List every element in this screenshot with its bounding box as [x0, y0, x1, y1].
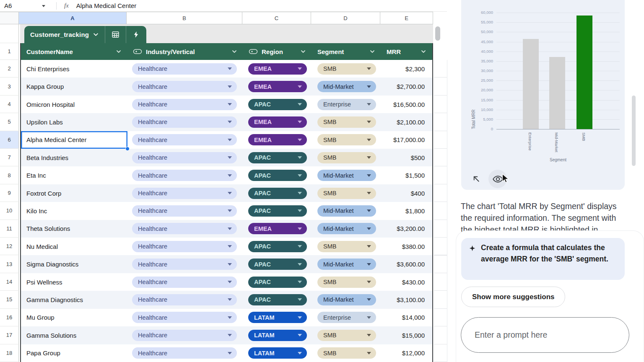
- column-header-b[interactable]: B: [127, 12, 242, 24]
- region-chip[interactable]: APAC: [248, 259, 307, 270]
- segment-chip[interactable]: Mid-Market: [317, 223, 376, 234]
- cell-customer-name[interactable]: Eta Inc: [21, 166, 127, 184]
- region-chip[interactable]: EMEA: [248, 134, 307, 145]
- cell-mrr[interactable]: $3,600.00: [381, 255, 432, 273]
- cell-customer-name[interactable]: Mu Group: [21, 309, 127, 326]
- row-number[interactable]: 7: [0, 149, 19, 166]
- sidebar-scrollbar[interactable]: [632, 96, 636, 166]
- show-more-suggestions-button[interactable]: Show more suggestions: [461, 287, 565, 307]
- cell-customer-name[interactable]: Papa Group: [21, 344, 127, 362]
- segment-chip[interactable]: Mid-Market: [317, 294, 376, 305]
- cell-mrr[interactable]: $1,800: [381, 202, 432, 220]
- sheet-vertical-scrollbar[interactable]: [435, 26, 440, 41]
- chevron-down-icon[interactable]: [116, 49, 122, 54]
- industry-chip[interactable]: Healthcare: [132, 134, 237, 145]
- industry-chip[interactable]: Healthcare: [132, 81, 237, 92]
- industry-chip[interactable]: Healthcare: [132, 188, 237, 199]
- cell-mrr[interactable]: $17,000.00: [381, 131, 432, 149]
- cell-customer-name[interactable]: Foxtrot Corp: [21, 184, 127, 202]
- cell-mrr[interactable]: $15,000: [381, 326, 432, 344]
- row-number[interactable]: 16: [0, 309, 19, 326]
- segment-chip[interactable]: SMB: [317, 63, 376, 75]
- row-number[interactable]: 5: [0, 113, 19, 131]
- cell-mrr[interactable]: $500: [381, 149, 432, 166]
- industry-chip[interactable]: Healthcare: [132, 330, 237, 341]
- cell-customer-name[interactable]: Kappa Group: [21, 78, 127, 95]
- chevron-down-icon[interactable]: [300, 49, 306, 54]
- region-chip[interactable]: APAC: [248, 205, 307, 217]
- region-chip[interactable]: APAC: [248, 152, 307, 163]
- cell-mrr[interactable]: $400: [381, 184, 432, 202]
- row-number[interactable]: 17: [0, 326, 19, 344]
- industry-chip[interactable]: Healthcare: [132, 241, 237, 252]
- region-chip[interactable]: APAC: [248, 241, 307, 252]
- segment-chip[interactable]: SMB: [317, 330, 376, 341]
- row-number[interactable]: 13: [0, 255, 19, 273]
- header-industry[interactable]: Industry/Vertical: [127, 43, 243, 60]
- region-chip[interactable]: LATAM: [248, 347, 307, 359]
- row-number[interactable]: 12: [0, 238, 19, 255]
- row-number[interactable]: 1: [0, 43, 19, 60]
- row-number[interactable]: 9: [0, 184, 19, 202]
- industry-chip[interactable]: Healthcare: [132, 170, 237, 181]
- cell-customer-name[interactable]: Sigma Diagnostics: [21, 255, 127, 273]
- industry-chip[interactable]: Healthcare: [132, 259, 237, 270]
- region-chip[interactable]: APAC: [248, 277, 307, 288]
- cell-mrr[interactable]: $3,200.00: [381, 220, 432, 238]
- chart-card[interactable]: Total MRR by Segment Total MRR Segment 0…: [461, 0, 625, 190]
- segment-chip[interactable]: SMB: [317, 277, 376, 288]
- header-region[interactable]: Region: [243, 43, 312, 60]
- cell-mrr[interactable]: $16,500.00: [381, 96, 432, 113]
- header-mrr[interactable]: MRR: [381, 43, 432, 60]
- lightning-bolt-icon[interactable]: [132, 30, 140, 39]
- industry-chip[interactable]: Healthcare: [132, 99, 237, 110]
- chevron-down-icon[interactable]: [369, 49, 375, 54]
- industry-chip[interactable]: Healthcare: [132, 63, 237, 75]
- industry-chip[interactable]: Healthcare: [132, 152, 237, 163]
- fill-handle[interactable]: [125, 147, 130, 151]
- name-box[interactable]: A6: [0, 2, 50, 9]
- chevron-down-icon[interactable]: [93, 31, 99, 38]
- column-header-e[interactable]: E: [380, 12, 433, 24]
- region-chip[interactable]: LATAM: [248, 330, 307, 341]
- cell-customer-name[interactable]: Psi Wellness: [21, 273, 127, 291]
- cell-mrr[interactable]: $14,000: [381, 309, 432, 326]
- row-number[interactable]: 6: [0, 131, 19, 149]
- cell-customer-name[interactable]: Nu Medical: [21, 238, 127, 255]
- industry-chip[interactable]: Healthcare: [132, 294, 237, 305]
- region-chip[interactable]: APAC: [248, 188, 307, 199]
- formula-bar-value[interactable]: Alpha Medical Center: [76, 2, 136, 9]
- row-number[interactable]: 10: [0, 202, 19, 220]
- chevron-down-icon[interactable]: [231, 49, 237, 54]
- cell-mrr[interactable]: $3,100.00: [381, 291, 432, 308]
- cell-customer-name[interactable]: Gamma Solutions: [21, 326, 127, 344]
- region-chip[interactable]: APAC: [248, 294, 307, 305]
- chevron-down-icon[interactable]: [421, 49, 426, 54]
- suggestion-chip[interactable]: Create a formula that calculates the ave…: [461, 238, 625, 280]
- cell-customer-name[interactable]: Beta Industries: [21, 149, 127, 166]
- cell-mrr[interactable]: $430.00: [381, 273, 432, 291]
- table-name-tab[interactable]: Customer_tracking: [24, 26, 146, 43]
- region-chip[interactable]: EMEA: [248, 116, 307, 128]
- segment-chip[interactable]: Enterprise: [317, 312, 376, 323]
- cell-mrr[interactable]: $1,500: [381, 166, 432, 184]
- segment-chip[interactable]: Mid-Market: [317, 205, 376, 217]
- cell-mrr[interactable]: $2,100.00: [381, 113, 432, 131]
- cell-customer-name[interactable]: Theta Solutions: [21, 220, 127, 238]
- segment-chip[interactable]: Enterprise: [317, 99, 376, 110]
- row-number[interactable]: 8: [0, 166, 19, 184]
- segment-chip[interactable]: SMB: [317, 188, 376, 199]
- cell-customer-name[interactable]: Gamma Diagnostics: [21, 291, 127, 308]
- industry-chip[interactable]: Healthcare: [132, 347, 237, 359]
- segment-chip[interactable]: Mid-Market: [317, 259, 376, 270]
- row-number[interactable]: 14: [0, 273, 19, 291]
- segment-chip[interactable]: SMB: [317, 347, 376, 359]
- region-chip[interactable]: EMEA: [248, 63, 307, 75]
- region-chip[interactable]: APAC: [248, 99, 307, 110]
- row-number[interactable]: 2: [0, 60, 19, 78]
- row-number[interactable]: 4: [0, 96, 19, 113]
- row-number[interactable]: 15: [0, 291, 19, 308]
- segment-chip[interactable]: SMB: [317, 241, 376, 252]
- region-chip[interactable]: APAC: [248, 170, 307, 181]
- industry-chip[interactable]: Healthcare: [132, 312, 237, 323]
